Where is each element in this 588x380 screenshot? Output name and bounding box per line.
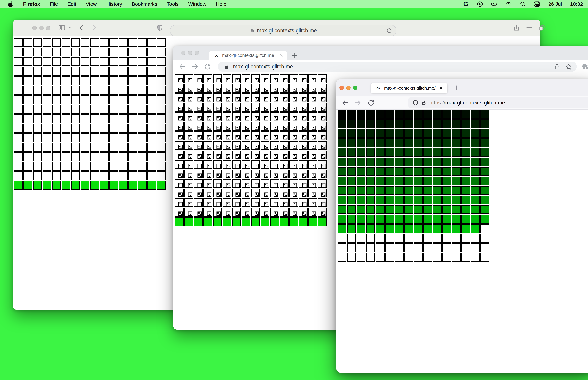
gl-canvas-cell xyxy=(138,124,147,133)
gl-canvas-cell xyxy=(471,148,480,157)
menu-app-name[interactable]: Firefox xyxy=(23,1,40,7)
search-icon[interactable] xyxy=(520,1,526,7)
firefox-active-tab[interactable]: ∞ max-gl-contexts.glitch.me/ xyxy=(371,83,447,93)
gl-canvas-cell xyxy=(299,179,308,188)
gl-canvas-cell xyxy=(299,84,308,93)
new-tab-button[interactable] xyxy=(291,52,298,59)
tab-overview-icon[interactable] xyxy=(538,24,545,31)
broken-image-icon xyxy=(255,164,259,168)
gl-canvas-cell xyxy=(308,122,317,131)
close-tab-icon[interactable] xyxy=(439,86,443,91)
back-button[interactable] xyxy=(341,99,349,107)
play-circle-icon[interactable] xyxy=(477,1,483,7)
gl-canvas-cell xyxy=(347,215,356,224)
zoom-button[interactable] xyxy=(46,26,50,30)
broken-image-icon xyxy=(283,126,287,130)
forward-button[interactable] xyxy=(354,99,361,107)
gl-canvas-cell xyxy=(147,86,156,95)
gl-canvas-cell xyxy=(433,196,442,205)
tracking-shield-icon[interactable] xyxy=(412,100,418,106)
gl-canvas-cell xyxy=(366,253,375,262)
broken-image-icon xyxy=(274,173,278,178)
share-icon[interactable] xyxy=(554,63,560,70)
wifi-icon[interactable] xyxy=(506,1,512,7)
gl-canvas-cell xyxy=(194,74,203,83)
menu-file[interactable]: File xyxy=(50,1,58,7)
broken-image-icon xyxy=(235,183,240,187)
menu-clock[interactable]: 10:32 xyxy=(570,1,583,7)
forward-button[interactable] xyxy=(191,63,199,70)
reload-button[interactable] xyxy=(204,63,211,70)
close-button[interactable] xyxy=(32,26,37,30)
menu-tools[interactable]: Tools xyxy=(167,1,179,7)
gl-canvas-cell xyxy=(442,186,451,195)
close-button[interactable] xyxy=(181,51,186,55)
gl-canvas-cell xyxy=(157,124,166,133)
zoom-button[interactable] xyxy=(353,86,358,90)
broken-image-icon xyxy=(274,88,278,92)
minimize-button[interactable] xyxy=(188,51,192,55)
minimize-button[interactable] xyxy=(346,86,351,90)
gl-canvas-cell xyxy=(461,138,470,147)
gl-canvas-cell xyxy=(23,105,32,114)
bookmark-star-icon[interactable] xyxy=(565,63,572,70)
gl-canvas-cell xyxy=(81,143,90,152)
broken-image-icon xyxy=(264,211,268,216)
menu-date[interactable]: 26 Jul xyxy=(548,1,562,7)
gl-canvas-cell xyxy=(280,198,288,207)
chrome-active-tab[interactable]: ∞ max-gl-contexts.glitch.me xyxy=(209,51,287,60)
menu-edit[interactable]: Edit xyxy=(67,1,76,7)
broken-image-icon xyxy=(216,135,221,140)
gl-canvas-cell xyxy=(452,234,461,243)
back-button[interactable] xyxy=(78,24,85,31)
extensions-puzzle-icon[interactable] xyxy=(582,63,588,70)
back-button[interactable] xyxy=(179,63,186,70)
broken-image-icon xyxy=(274,211,278,216)
gl-canvas-cell xyxy=(232,74,241,83)
privacy-shield-icon[interactable] xyxy=(156,24,163,31)
menu-bookmarks[interactable]: Bookmarks xyxy=(132,1,157,7)
gl-canvas-cell xyxy=(33,152,42,161)
menu-help[interactable]: Help xyxy=(216,1,227,7)
gl-canvas-cell xyxy=(194,141,203,150)
new-tab-icon[interactable] xyxy=(526,24,533,31)
gl-canvas-cell xyxy=(433,186,442,195)
chevron-down-icon[interactable] xyxy=(68,25,72,30)
gl-canvas-cell xyxy=(251,141,260,150)
safari-address-bar[interactable]: max-gl-contexts.glitch.me xyxy=(170,25,397,37)
close-tab-icon[interactable] xyxy=(279,53,284,58)
menu-window[interactable]: Window xyxy=(188,1,206,7)
zoom-button[interactable] xyxy=(195,51,199,55)
gl-canvas-cell xyxy=(138,67,147,76)
gl-canvas-cell xyxy=(251,122,260,131)
broken-image-icon xyxy=(274,97,278,102)
new-tab-button[interactable] xyxy=(454,85,460,91)
control-center-icon[interactable] xyxy=(534,1,540,7)
firefox-address-bar[interactable]: https://max-gl-contexts.glitch.me xyxy=(408,97,588,108)
gl-canvas-cell xyxy=(261,103,269,112)
forward-button[interactable] xyxy=(91,24,97,31)
gl-canvas-cell xyxy=(223,93,231,102)
close-button[interactable] xyxy=(340,86,344,90)
gl-canvas-cell xyxy=(480,129,489,138)
battery-charging-icon[interactable] xyxy=(491,1,497,7)
gl-canvas-cell xyxy=(62,95,70,104)
minimize-button[interactable] xyxy=(39,26,44,30)
share-icon[interactable] xyxy=(513,24,520,31)
chrome-address-bar[interactable]: max-gl-contexts.glitch.me xyxy=(218,62,577,72)
gl-canvas-cell xyxy=(414,177,423,185)
gl-canvas-cell xyxy=(338,138,346,147)
gl-canvas-cell xyxy=(157,76,166,85)
reload-icon[interactable] xyxy=(386,28,392,34)
gl-canvas-cell xyxy=(23,162,32,171)
apple-menu-icon[interactable] xyxy=(7,1,14,7)
menu-view[interactable]: View xyxy=(86,1,97,7)
menu-history[interactable]: History xyxy=(106,1,122,7)
lock-icon[interactable] xyxy=(421,100,427,106)
reload-button[interactable] xyxy=(367,99,375,107)
broken-image-icon xyxy=(293,78,297,82)
sidebar-icon[interactable] xyxy=(58,24,65,31)
gl-canvas-cell xyxy=(480,148,489,157)
google-icon[interactable]: G xyxy=(463,1,469,7)
gl-canvas-cell xyxy=(71,124,80,133)
